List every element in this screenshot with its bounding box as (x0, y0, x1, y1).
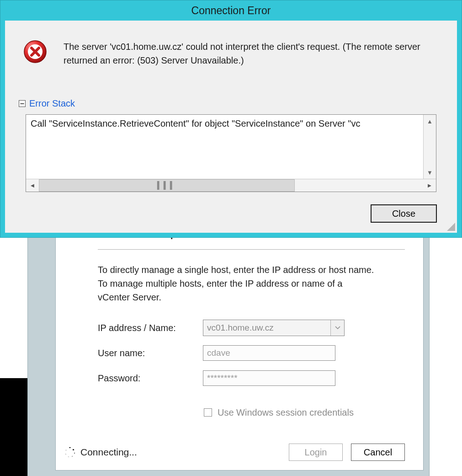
login-button[interactable]: Login (289, 444, 343, 461)
error-icon (23, 40, 51, 67)
error-stack-toggle[interactable]: − Error Stack (19, 98, 75, 109)
error-message: The server 'vc01.home.uw.cz' could not i… (51, 40, 443, 67)
ip-label: IP address / Name: (98, 323, 203, 333)
ip-combobox[interactable]: vc01.home.uw.cz (203, 320, 345, 336)
scrollbar-thumb[interactable]: ▍▍▍ (39, 179, 295, 192)
error-stack-label: Error Stack (29, 98, 75, 109)
session-credentials-checkbox[interactable] (204, 408, 212, 417)
login-help-text: To directly manage a single host, enter … (98, 263, 390, 304)
close-button[interactable]: Close (371, 204, 437, 223)
vertical-scrollbar[interactable]: ▲ ▼ (423, 115, 436, 179)
spinner-icon (65, 447, 75, 457)
desktop-background-strip (0, 378, 27, 476)
scroll-left-icon[interactable]: ◄ (26, 179, 39, 192)
dialog-title: Connection Error (0, 0, 462, 21)
error-stack-line: Call "ServiceInstance.RetrieveContent" f… (31, 118, 422, 129)
cancel-button[interactable]: Cancel (351, 444, 405, 461)
scroll-up-icon[interactable]: ▲ (424, 115, 436, 128)
dialog-body: The server 'vc01.home.uw.cz' could not i… (5, 21, 457, 233)
chevron-down-icon[interactable] (330, 320, 344, 336)
status-text: Connecting... (80, 447, 137, 458)
password-label: Password: (98, 373, 203, 384)
resize-grip-icon[interactable] (446, 222, 455, 231)
divider (98, 249, 405, 250)
error-stack-area: Call "ServiceInstance.RetrieveContent" f… (26, 114, 436, 192)
ip-value: vc01.home.uw.cz (203, 323, 330, 333)
username-input[interactable] (203, 345, 335, 361)
scroll-down-icon[interactable]: ▼ (424, 166, 436, 179)
collapse-icon: − (19, 100, 26, 107)
username-label: User name: (98, 348, 203, 358)
session-credentials-label: Use Windows session credentials (218, 407, 354, 418)
horizontal-scrollbar[interactable]: ◄ ▍▍▍ ► (26, 179, 436, 192)
scroll-right-icon[interactable]: ► (423, 179, 436, 192)
error-dialog: Connection Error The server (0, 0, 462, 238)
password-input[interactable] (203, 370, 335, 386)
